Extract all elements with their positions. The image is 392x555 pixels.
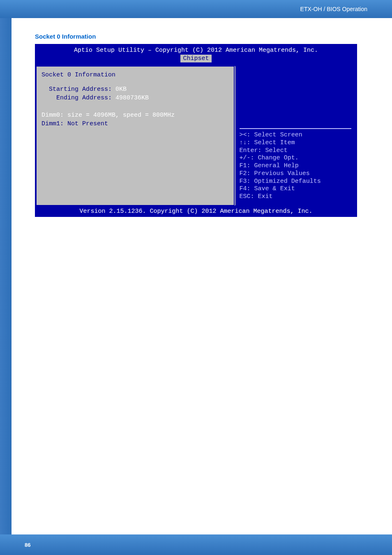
section-title: Socket 0 Information: [35, 33, 357, 40]
starting-addr-label: Starting Address:: [49, 86, 112, 93]
bios-ending-address: Ending Address: 4980736KB: [42, 94, 229, 102]
page-footer: 86: [0, 534, 392, 555]
page-header: ETX-OH / BIOS Operation: [0, 0, 392, 18]
bios-screenshot: Aptio Setup Utility – Copyright (C) 2012…: [35, 44, 357, 217]
ending-addr-label: Ending Address:: [56, 94, 112, 101]
bios-titlebar: Aptio Setup Utility – Copyright (C) 2012…: [35, 44, 357, 65]
bios-title-text: Aptio Setup Utility – Copyright (C) 2012…: [36, 46, 356, 55]
help-esc: ESC: Exit: [240, 193, 351, 201]
help-select-screen: ><: Select Screen: [240, 131, 351, 139]
bios-version-footer: Version 2.15.1236. Copyright (C) 2012 Am…: [35, 207, 357, 217]
bios-dimm1: Dimm1: Not Present: [42, 120, 229, 128]
help-change-opt: +/-: Change Opt.: [240, 154, 351, 162]
bios-dimm0: Dimm0: size = 4096MB, speed = 800MHz: [42, 111, 229, 120]
breadcrumb: ETX-OH / BIOS Operation: [300, 6, 367, 12]
left-sidebar: [0, 0, 12, 555]
help-enter: Enter: Select: [240, 147, 351, 155]
bios-help-divider: [240, 128, 351, 129]
help-f2: F2: Previous Values: [240, 170, 351, 178]
page-number: 86: [25, 542, 30, 548]
bios-body: Socket 0 Information Starting Address: 0…: [35, 65, 357, 207]
bios-panel-title: Socket 0 Information: [42, 71, 229, 79]
help-f4: F4: Save & Exit: [240, 185, 351, 193]
ending-addr-value: 4980736KB: [115, 94, 149, 101]
help-select-item: ↑↓: Select Item: [240, 139, 351, 147]
help-f3: F3: Optimized Defaults: [240, 178, 351, 186]
bios-starting-address: Starting Address: 0KB: [42, 85, 229, 94]
help-f1: F1: General Help: [240, 162, 351, 170]
bios-help-panel: ><: Select Screen ↑↓: Select Item Enter:…: [235, 66, 356, 206]
bios-active-tab: Chipset: [180, 55, 211, 63]
content-area: Socket 0 Information Aptio Setup Utility…: [35, 33, 357, 217]
bios-left-panel: Socket 0 Information Starting Address: 0…: [36, 66, 235, 206]
starting-addr-value: 0KB: [115, 86, 127, 93]
